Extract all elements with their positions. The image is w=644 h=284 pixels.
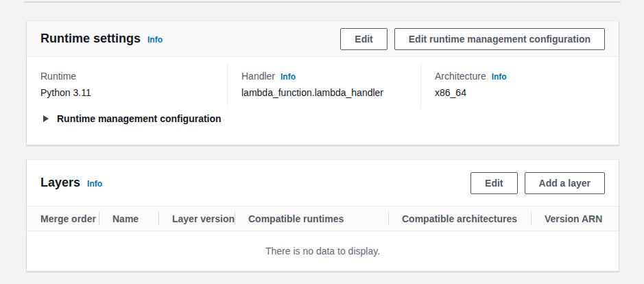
handler-label: Handler bbox=[241, 71, 275, 82]
runtime-management-configuration-expander[interactable]: Runtime management configuration bbox=[43, 113, 222, 124]
layers-table-header: Merge order Name Layer version Compatibl… bbox=[27, 206, 619, 231]
add-a-layer-button[interactable]: Add a layer bbox=[525, 172, 605, 194]
runtime-settings-header: Runtime settings Info Edit Edit runtime … bbox=[27, 21, 619, 57]
column-header-compatible-runtimes: Compatible runtimes bbox=[235, 206, 388, 230]
top-divider bbox=[24, 1, 621, 3]
handler-info-link[interactable]: Info bbox=[281, 71, 296, 81]
runtime-settings-actions: Edit Edit runtime management configurati… bbox=[340, 28, 605, 50]
runtime-value: Python 3.11 bbox=[40, 87, 213, 98]
field-architecture: Architecture Info x86_64 bbox=[420, 64, 619, 108]
runtime-settings-fields: Runtime Python 3.11 Handler Info lambda_… bbox=[27, 64, 619, 108]
runtime-settings-title: Runtime settings bbox=[40, 32, 141, 46]
expander-label: Runtime management configuration bbox=[57, 113, 222, 124]
column-header-version-arn: Version ARN bbox=[531, 206, 619, 230]
handler-value: lambda_function.lambda_handler bbox=[241, 87, 407, 98]
edit-runtime-settings-button[interactable]: Edit bbox=[340, 28, 387, 50]
runtime-settings-card: Runtime settings Info Edit Edit runtime … bbox=[26, 21, 619, 145]
architecture-label: Architecture bbox=[435, 71, 486, 82]
field-handler: Handler Info lambda_function.lambda_hand… bbox=[227, 64, 420, 108]
layers-header: Layers Info Edit Add a layer bbox=[27, 160, 619, 206]
column-header-name: Name bbox=[99, 206, 158, 230]
triangle-right-icon bbox=[43, 115, 49, 122]
edit-runtime-management-configuration-button[interactable]: Edit runtime management configuration bbox=[394, 28, 605, 50]
column-header-layer-version: Layer version bbox=[158, 206, 235, 230]
layers-table-empty-state: There is no data to display. bbox=[27, 231, 619, 270]
edit-layers-button[interactable]: Edit bbox=[470, 172, 517, 194]
layers-info-link[interactable]: Info bbox=[87, 178, 102, 188]
column-header-compatible-architectures: Compatible architectures bbox=[388, 206, 531, 230]
runtime-label: Runtime bbox=[40, 71, 76, 82]
runtime-settings-info-link[interactable]: Info bbox=[147, 34, 163, 44]
layers-card: Layers Info Edit Add a layer Merge order… bbox=[26, 159, 619, 272]
layers-title: Layers bbox=[40, 176, 80, 190]
layers-actions: Edit Add a layer bbox=[470, 172, 605, 194]
column-header-merge-order: Merge order bbox=[27, 206, 99, 230]
field-runtime: Runtime Python 3.11 bbox=[27, 64, 227, 108]
architecture-info-link[interactable]: Info bbox=[492, 71, 507, 81]
architecture-value: x86_64 bbox=[435, 87, 605, 98]
empty-state-message: There is no data to display. bbox=[265, 246, 380, 257]
